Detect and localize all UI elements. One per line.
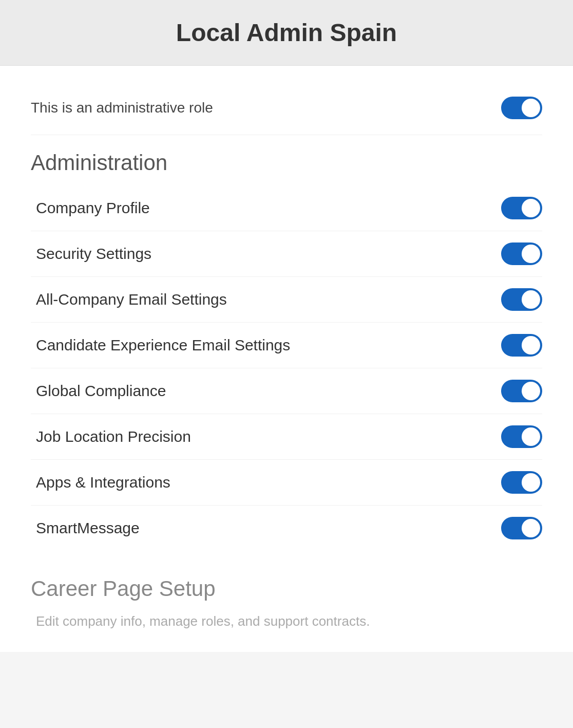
smart-message-toggle[interactable]	[501, 517, 542, 539]
apps-integrations-slider	[501, 471, 542, 494]
candidate-experience-email-slider	[501, 334, 542, 357]
all-company-email-slider	[501, 288, 542, 311]
smart-message-slider	[501, 517, 542, 539]
list-item: Global Compliance	[31, 368, 542, 414]
job-location-precision-slider	[501, 425, 542, 448]
admin-role-slider	[501, 97, 542, 119]
administration-title: Administration	[31, 151, 542, 175]
company-profile-slider	[501, 197, 542, 219]
security-settings-label: Security Settings	[31, 245, 151, 263]
company-profile-label: Company Profile	[31, 199, 150, 217]
apps-integrations-label: Apps & Integrations	[31, 474, 170, 491]
candidate-experience-email-label: Candidate Experience Email Settings	[31, 337, 290, 354]
list-item: Company Profile	[31, 185, 542, 231]
career-section-description: Edit company info, manage roles, and sup…	[31, 611, 542, 631]
list-item: Job Location Precision	[31, 414, 542, 460]
administration-section: Administration Company Profile Security …	[31, 151, 542, 551]
security-settings-toggle[interactable]	[501, 242, 542, 265]
global-compliance-slider	[501, 380, 542, 402]
list-item: Candidate Experience Email Settings	[31, 323, 542, 368]
company-profile-toggle[interactable]	[501, 197, 542, 219]
global-compliance-toggle[interactable]	[501, 380, 542, 402]
list-item: Apps & Integrations	[31, 460, 542, 506]
main-content: This is an administrative role Administr…	[0, 66, 573, 652]
all-company-email-toggle[interactable]	[501, 288, 542, 311]
list-item: SmartMessage	[31, 506, 542, 551]
job-location-precision-label: Job Location Precision	[31, 428, 191, 445]
career-section: Career Page Setup Edit company info, man…	[31, 571, 542, 631]
apps-integrations-toggle[interactable]	[501, 471, 542, 494]
list-item: Security Settings	[31, 231, 542, 277]
smart-message-label: SmartMessage	[31, 519, 140, 537]
job-location-precision-toggle[interactable]	[501, 425, 542, 448]
career-section-title: Career Page Setup	[31, 576, 542, 601]
candidate-experience-email-toggle[interactable]	[501, 334, 542, 357]
page-title: Local Admin Spain	[31, 18, 542, 47]
global-compliance-label: Global Compliance	[31, 382, 166, 400]
admin-role-row: This is an administrative role	[31, 86, 542, 135]
list-item: All-Company Email Settings	[31, 277, 542, 323]
settings-list: Company Profile Security Settings All-Co…	[31, 185, 542, 551]
page-header: Local Admin Spain	[0, 0, 573, 66]
security-settings-slider	[501, 242, 542, 265]
all-company-email-label: All-Company Email Settings	[31, 291, 227, 308]
admin-role-toggle[interactable]	[501, 97, 542, 119]
admin-role-label: This is an administrative role	[31, 100, 213, 116]
